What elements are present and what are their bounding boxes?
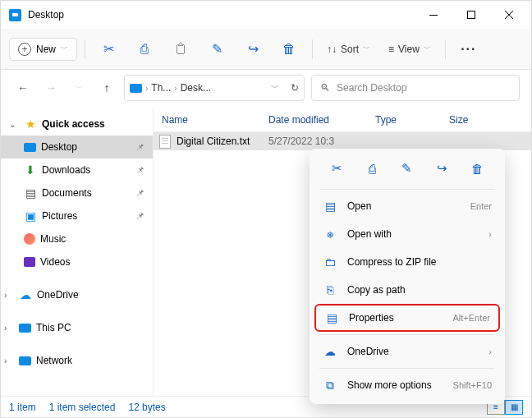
share-icon[interactable]: ↪	[237, 34, 268, 64]
maximize-button[interactable]	[452, 2, 490, 27]
ctx-compress[interactable]: 🗀 Compress to ZIP file	[314, 248, 500, 276]
file-row[interactable]: Digital Citizen.txt 5/27/2022 10:3	[154, 132, 531, 150]
sidebar-item-desktop[interactable]: Desktop 📌︎	[1, 136, 153, 158]
sidebar: ⌄ ★ Quick access Desktop 📌︎ ⬇ Downloads …	[1, 108, 154, 396]
column-date[interactable]: Date modified	[260, 114, 367, 126]
sidebar-label: Network	[36, 355, 72, 366]
chevron-right-icon: ›	[4, 324, 14, 333]
copy-path-icon: ⎘	[323, 283, 337, 296]
breadcrumb-seg[interactable]: Th...	[151, 82, 171, 94]
sort-button[interactable]: ↑↓ Sort ﹀	[320, 34, 377, 64]
history-chevron-icon[interactable]: ﹀	[68, 77, 89, 99]
text-file-icon	[159, 135, 171, 149]
svg-rect-1	[468, 11, 475, 19]
chevron-right-icon: ›	[4, 291, 14, 300]
column-size[interactable]: Size	[441, 114, 490, 126]
pin-icon: 📌︎	[135, 188, 144, 198]
new-label: New	[36, 44, 56, 55]
zip-icon: 🗀	[323, 255, 337, 269]
sidebar-label: Pictures	[42, 210, 77, 222]
chevron-right-icon: ›	[4, 356, 14, 365]
sidebar-item-onedrive[interactable]: › ☁ OneDrive	[1, 283, 153, 306]
ctx-label: OneDrive	[347, 346, 479, 357]
refresh-icon[interactable]: ↻	[291, 82, 299, 94]
address-bar[interactable]: › Th... › Desk... ﹀ ↻	[124, 75, 305, 101]
sidebar-item-thispc[interactable]: › This PC	[1, 316, 153, 339]
sidebar-label: Downloads	[42, 164, 90, 176]
nav-row: ← → ﹀ ↑ › Th... › Desk... ﹀ ↻ 🔍︎ Search …	[1, 70, 531, 108]
desktop-icon	[24, 143, 36, 152]
chevron-right-icon: ›	[174, 84, 177, 93]
copy-icon[interactable]: ⎙	[360, 157, 384, 180]
sidebar-label: Desktop	[41, 141, 77, 153]
sidebar-item-downloads[interactable]: ⬇ Downloads 📌︎	[1, 158, 153, 181]
sidebar-label: Quick access	[42, 118, 105, 130]
sort-label: Sort	[341, 44, 359, 55]
delete-icon[interactable]: 🗑︎	[273, 34, 305, 64]
copy-icon[interactable]: ⎙	[129, 34, 160, 64]
column-name[interactable]: Name	[154, 114, 260, 126]
search-box[interactable]: 🔍︎ Search Desktop	[311, 75, 520, 101]
context-menu: ✂ ⎙ ✎ ↪ 🗑︎ ▤ Open Enter ⎈ Open with › 🗀 …	[310, 149, 505, 404]
paste-icon[interactable]: 📋︎	[165, 34, 196, 64]
up-button[interactable]: ↑	[96, 77, 117, 99]
separator	[319, 334, 495, 335]
status-size: 12 bytes	[128, 402, 165, 413]
view-label: View	[398, 44, 420, 55]
document-icon: ▤	[24, 186, 37, 200]
breadcrumb-seg[interactable]: Desk...	[181, 82, 211, 94]
ctx-label: Properties	[349, 312, 443, 324]
cut-icon[interactable]: ✂	[93, 34, 124, 64]
chevron-right-icon: ›	[488, 229, 492, 239]
view-button[interactable]: ≡ View ﹀	[382, 34, 438, 64]
share-icon[interactable]: ↪	[430, 157, 455, 180]
large-icons-view-icon[interactable]: ▦	[505, 400, 523, 415]
column-type[interactable]: Type	[367, 114, 441, 126]
onedrive-icon: ☁	[19, 288, 32, 301]
chevron-right-icon: ›	[488, 347, 492, 356]
separator	[319, 368, 495, 369]
sidebar-quick-access[interactable]: ⌄ ★ Quick access	[1, 113, 153, 136]
ctx-onedrive[interactable]: ☁ OneDrive ›	[314, 338, 500, 365]
status-count: 1 item	[9, 402, 36, 413]
cut-icon[interactable]: ✂	[324, 157, 349, 180]
chevron-down-icon: ⌄	[9, 120, 19, 129]
rename-icon[interactable]: ✎	[201, 34, 232, 64]
back-button[interactable]: ←	[12, 77, 34, 99]
ctx-properties[interactable]: ▤ Properties Alt+Enter	[314, 304, 500, 332]
view-icon: ≡	[388, 44, 394, 55]
command-bar: + New ﹀ ✂ ⎙ 📋︎ ✎ ↪ 🗑︎ ↑↓ Sort ﹀ ≡ View ﹀…	[1, 29, 531, 70]
rename-icon[interactable]: ✎	[395, 157, 420, 180]
plus-icon: +	[18, 43, 31, 56]
sidebar-label: Music	[40, 233, 66, 245]
network-icon	[19, 356, 31, 365]
pictures-icon: ▣	[24, 209, 37, 223]
more-button[interactable]: ···	[453, 34, 484, 64]
window-title: Desktop	[28, 9, 415, 21]
chevron-down-icon[interactable]: ﹀	[271, 82, 279, 94]
ctx-more-options[interactable]: ⧉ Show more options Shift+F10	[314, 371, 500, 399]
sidebar-item-music[interactable]: Music	[1, 227, 153, 250]
file-date: 5/27/2022 10:3	[268, 136, 375, 147]
file-name: Digital Citizen.txt	[177, 136, 268, 147]
ctx-shortcut: Enter	[470, 201, 492, 211]
download-icon: ⬇	[24, 163, 37, 177]
sidebar-item-videos[interactable]: Videos	[1, 250, 153, 273]
minimize-button[interactable]	[415, 2, 452, 27]
close-button[interactable]	[490, 2, 528, 27]
separator	[319, 189, 495, 190]
ctx-open-with[interactable]: ⎈ Open with ›	[314, 220, 500, 248]
sidebar-item-network[interactable]: › Network	[1, 349, 153, 372]
sidebar-item-documents[interactable]: ▤ Documents 📌︎	[1, 181, 153, 204]
forward-button[interactable]: →	[40, 77, 62, 99]
context-quick-actions: ✂ ⎙ ✎ ↪ 🗑︎	[314, 154, 500, 186]
ctx-copy-path[interactable]: ⎘ Copy as path	[314, 276, 500, 304]
new-button[interactable]: + New ﹀	[9, 38, 77, 61]
sidebar-label: Videos	[40, 256, 70, 268]
chevron-down-icon: ﹀	[424, 44, 431, 54]
pin-icon: 📌︎	[135, 211, 144, 221]
sidebar-item-pictures[interactable]: ▣ Pictures 📌︎	[1, 204, 153, 227]
ctx-open[interactable]: ▤ Open Enter	[314, 192, 500, 220]
open-with-icon: ⎈	[323, 227, 337, 241]
delete-icon[interactable]: 🗑︎	[466, 157, 490, 180]
